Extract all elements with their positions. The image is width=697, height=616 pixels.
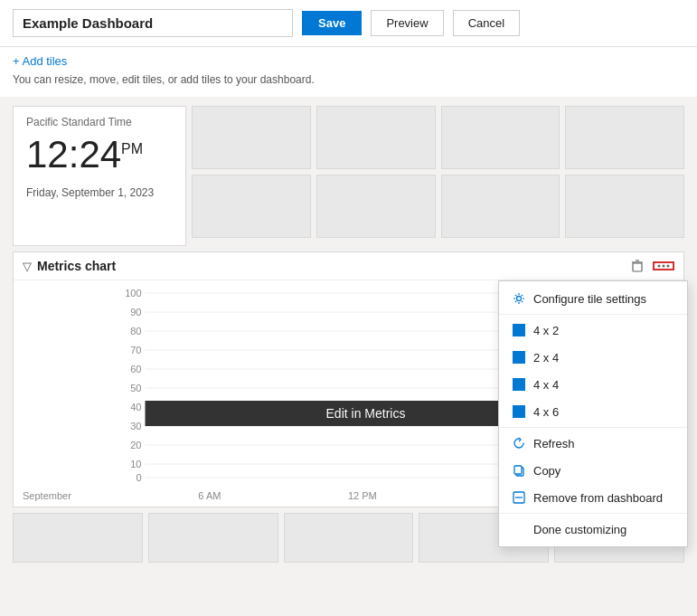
remove-icon	[512, 490, 526, 505]
grid-cell	[441, 106, 560, 169]
svg-text:20: 20	[130, 440, 141, 450]
size-4x2-label: 4 x 2	[533, 324, 559, 337]
size-2x4-item[interactable]: 2 x 4	[499, 344, 687, 371]
context-menu: Configure tile settings 4 x 2 2 x 4 4 x …	[498, 280, 688, 547]
more-options-button[interactable]	[653, 261, 674, 270]
header: Save Preview Cancel	[0, 0, 697, 47]
svg-point-4	[663, 265, 665, 268]
refresh-label: Refresh	[533, 437, 575, 450]
configure-tile-settings-item[interactable]: Configure tile settings	[499, 285, 687, 312]
size-box-icon	[512, 350, 526, 365]
top-right-grid	[192, 106, 684, 246]
clock-date: Friday, September 1, 2023	[26, 186, 173, 199]
refresh-icon	[512, 436, 526, 450]
svg-text:80: 80	[130, 326, 141, 336]
grid-cell	[284, 513, 414, 563]
svg-rect-34	[514, 466, 522, 474]
sub-header: + Add tiles You can resize, move, edit t…	[0, 47, 697, 97]
remove-item[interactable]: Remove from dashboard	[499, 484, 687, 511]
menu-divider	[499, 513, 687, 514]
add-tiles-button[interactable]: + Add tiles	[13, 54, 67, 68]
gear-icon	[512, 291, 526, 306]
size-4x6-item[interactable]: 4 x 6	[499, 398, 687, 425]
tile-actions	[627, 258, 674, 274]
svg-text:40: 40	[130, 402, 141, 412]
top-grid: Pacific Standard Time 12:24PM Friday, Se…	[13, 106, 684, 246]
refresh-item[interactable]: Refresh	[499, 430, 687, 457]
cancel-button[interactable]: Cancel	[453, 10, 520, 36]
svg-text:30: 30	[130, 421, 141, 431]
grid-cell	[316, 175, 436, 238]
menu-divider	[499, 314, 687, 315]
size-box-icon	[512, 377, 526, 392]
clock-timezone: Pacific Standard Time	[26, 116, 173, 128]
svg-text:100: 100	[125, 288, 141, 299]
x-label-12pm: 12 PM	[348, 490, 377, 501]
svg-point-3	[658, 265, 661, 268]
copy-item[interactable]: Copy	[499, 457, 687, 484]
trash-icon	[631, 260, 644, 272]
clock-tile: Pacific Standard Time 12:24PM Friday, Se…	[13, 106, 186, 246]
copy-icon	[512, 463, 526, 478]
size-box-icon	[512, 323, 526, 337]
preview-button[interactable]: Preview	[371, 10, 443, 36]
svg-text:90: 90	[130, 307, 141, 317]
metrics-title: Metrics chart	[37, 259, 116, 273]
grid-cell	[441, 175, 560, 238]
size-4x4-label: 4 x 4	[533, 378, 559, 392]
done-label: Done customizing	[533, 523, 626, 536]
svg-rect-0	[633, 263, 642, 271]
save-button[interactable]: Save	[302, 11, 362, 35]
delete-tile-button[interactable]	[627, 258, 647, 274]
grid-cell	[148, 513, 278, 563]
metrics-title-row: ▽ Metrics chart	[23, 259, 116, 273]
svg-text:Edit in Metrics: Edit in Metrics	[326, 406, 406, 421]
grid-cell	[565, 106, 684, 169]
grid-cell	[13, 513, 143, 563]
grid-row-1	[192, 106, 684, 169]
grid-row-2	[192, 175, 684, 238]
done-customizing-item[interactable]: Done customizing	[499, 516, 687, 543]
menu-divider	[499, 427, 687, 428]
metrics-header: ▽ Metrics chart	[14, 252, 683, 280]
filter-icon: ▽	[23, 260, 32, 273]
svg-text:60: 60	[130, 364, 141, 374]
svg-text:0: 0	[136, 472, 141, 483]
x-label-september: September	[23, 490, 71, 501]
size-4x2-item[interactable]: 4 x 2	[499, 317, 687, 344]
grid-cell	[192, 106, 311, 169]
copy-label: Copy	[533, 464, 560, 478]
hint-text: You can resize, move, edit tiles, or add…	[13, 71, 684, 93]
dashboard-title-input[interactable]	[13, 9, 293, 37]
grid-cell	[565, 175, 684, 238]
clock-time: 12:24PM	[26, 134, 173, 175]
grid-cell	[192, 175, 311, 238]
size-2x4-label: 2 x 4	[533, 351, 559, 365]
x-label-6am: 6 AM	[198, 490, 221, 501]
svg-text:50: 50	[130, 383, 141, 393]
size-box-icon	[512, 404, 526, 419]
done-icon	[512, 522, 526, 536]
configure-tile-label: Configure tile settings	[533, 292, 646, 306]
grid-cell	[316, 106, 436, 169]
ellipsis-icon	[657, 264, 670, 268]
svg-point-5	[667, 265, 670, 268]
svg-point-32	[517, 297, 522, 301]
size-4x4-item[interactable]: 4 x 4	[499, 371, 687, 398]
size-4x6-label: 4 x 6	[533, 405, 559, 419]
remove-label: Remove from dashboard	[533, 491, 663, 505]
svg-text:70: 70	[130, 345, 141, 355]
svg-text:10: 10	[130, 459, 141, 469]
